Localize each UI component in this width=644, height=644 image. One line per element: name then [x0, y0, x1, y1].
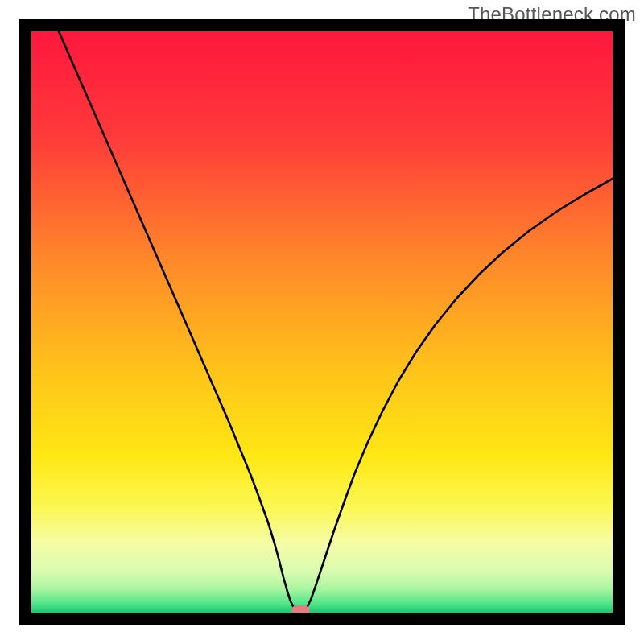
minimum-marker	[291, 605, 309, 613]
chart-container: TheBottleneck.com	[0, 0, 644, 644]
bottleneck-curve	[31, 31, 613, 613]
plot-frame	[19, 19, 625, 625]
plot-area	[31, 31, 613, 613]
